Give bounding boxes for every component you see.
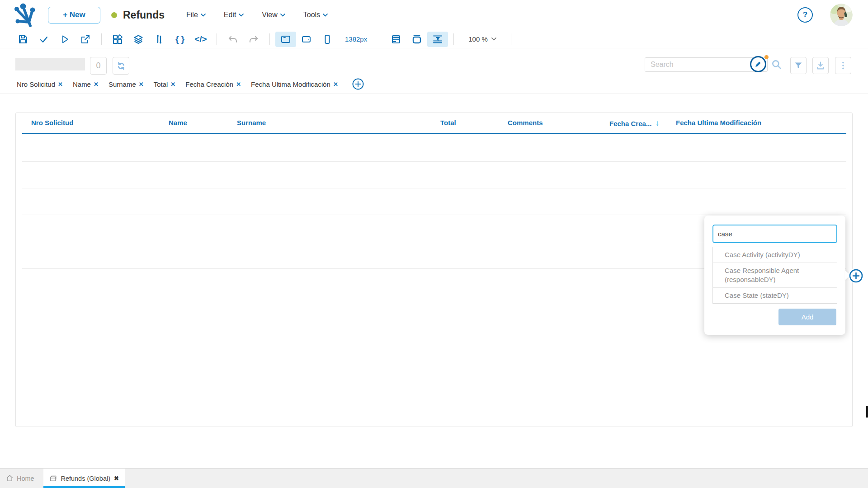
- toolbar-separator: [101, 33, 102, 45]
- chevron-down-icon: [323, 14, 328, 17]
- pencil-icon: [755, 61, 762, 68]
- chevron-down-icon: [239, 14, 244, 17]
- layout-container-button[interactable]: [406, 32, 427, 47]
- chevron-down-icon: [491, 38, 496, 41]
- menu-item[interactable]: Tools: [303, 11, 328, 19]
- status-dot: [111, 12, 117, 18]
- plus-circle-icon: [849, 268, 863, 283]
- zoom-control[interactable]: 100 %: [468, 35, 496, 43]
- edit-mode-button[interactable]: [750, 56, 766, 72]
- filter-button[interactable]: [790, 57, 807, 74]
- chip-remove-icon[interactable]: ✕: [94, 81, 99, 88]
- plus-circle-icon: [352, 78, 364, 90]
- search-icon[interactable]: [771, 59, 783, 70]
- refresh-button[interactable]: [113, 57, 129, 75]
- kebab-menu-icon: [838, 61, 848, 70]
- column-option[interactable]: Case Responsible Agent (responsableDY): [713, 263, 837, 287]
- chip-remove-icon[interactable]: ✕: [333, 81, 338, 88]
- toolbar-separator: [511, 33, 511, 45]
- column-option[interactable]: Case Activity (activityDY): [713, 247, 837, 263]
- download-icon: [816, 61, 826, 70]
- toolbar-separator: [217, 33, 217, 45]
- chevron-down-icon: [201, 14, 206, 17]
- column-header[interactable]: Nro Solicitud: [31, 119, 73, 127]
- column-header[interactable]: Fecha Ultima Modificación: [676, 119, 761, 127]
- help-button[interactable]: ?: [797, 7, 813, 23]
- column-header[interactable]: Name: [169, 119, 187, 127]
- column-header[interactable]: Comments: [508, 119, 543, 127]
- app-window: + New Refunds File Edit View Tools: [0, 0, 868, 488]
- pages-tab-bar: Home Refunds (Global) ✖: [0, 468, 868, 488]
- column-chip: Nro Solicitud ✕: [17, 80, 63, 88]
- new-button[interactable]: + New: [48, 7, 100, 23]
- search-input[interactable]: [645, 57, 768, 72]
- close-icon[interactable]: ✖: [114, 475, 119, 482]
- more-options-button[interactable]: [835, 57, 851, 74]
- chip-remove-icon[interactable]: ✕: [170, 81, 175, 88]
- table-row: [22, 161, 846, 162]
- toolbar-separator: [380, 33, 380, 45]
- connectors-button[interactable]: [149, 32, 170, 47]
- undo-button[interactable]: [222, 32, 243, 47]
- sort-descending-icon: ↓: [655, 119, 659, 128]
- code-icon: </>: [194, 35, 207, 43]
- menu-item[interactable]: File: [186, 11, 206, 19]
- publish-button[interactable]: [75, 32, 96, 47]
- column-option[interactable]: Case State (stateDY): [713, 287, 837, 303]
- funnel-icon: [793, 61, 803, 70]
- column-header[interactable]: Fecha Crea... ↓: [609, 119, 659, 128]
- page-title: Refunds: [123, 9, 165, 21]
- add-column-popup: case Case Activity (activityDY)Case Resp…: [704, 216, 845, 335]
- viewport-width-value: 1382px: [345, 35, 367, 43]
- column-chip: Surname ✕: [108, 80, 144, 88]
- add-column-button[interactable]: [848, 268, 863, 283]
- text-cursor: [733, 230, 734, 238]
- app-logo-icon[interactable]: [12, 2, 35, 28]
- header-underline: [22, 133, 846, 134]
- page-tab[interactable]: Refunds (Global) ✖: [43, 469, 125, 488]
- refresh-icon: [116, 61, 126, 71]
- menu-bar: File Edit View Tools: [186, 11, 328, 19]
- run-button[interactable]: [54, 32, 75, 47]
- validate-button[interactable]: [33, 32, 54, 47]
- table-row: [22, 215, 846, 215]
- column-search-input[interactable]: case: [712, 225, 837, 243]
- chip-remove-icon[interactable]: ✕: [236, 81, 241, 88]
- layers-button[interactable]: [128, 32, 149, 47]
- help-icon: ?: [803, 10, 807, 19]
- zoom-level-value: 100 %: [468, 35, 488, 43]
- add-button[interactable]: Add: [778, 309, 836, 325]
- top-bar: + New Refunds File Edit View Tools: [0, 0, 868, 30]
- column-header[interactable]: Total: [440, 119, 456, 127]
- layout-header-footer-button[interactable]: [386, 32, 406, 47]
- column-chips-row: Nro Solicitud ✕ Name ✕ Surname ✕ Total ✕…: [17, 78, 364, 90]
- notification-dot: [764, 55, 769, 59]
- phone-viewport-button[interactable]: [317, 32, 338, 47]
- home-tab[interactable]: Home: [6, 469, 34, 488]
- braces-icon: { }: [175, 35, 184, 43]
- desktop-viewport-button[interactable]: [275, 32, 296, 47]
- column-chip: Fecha Creación ✕: [185, 80, 241, 88]
- chip-remove-icon[interactable]: ✕: [58, 81, 63, 88]
- toolbar-separator: [453, 33, 454, 45]
- home-icon: [6, 474, 14, 482]
- widgets-button[interactable]: [107, 32, 128, 47]
- braces-button[interactable]: { }: [170, 32, 190, 47]
- editor-toolbar: { } </> 1382px: [0, 30, 868, 48]
- chip-remove-icon[interactable]: ✕: [139, 81, 144, 88]
- record-count-box: 0: [90, 57, 107, 75]
- row-filter-button[interactable]: [427, 32, 448, 47]
- user-avatar[interactable]: [830, 4, 853, 26]
- save-button[interactable]: [13, 32, 33, 47]
- menu-item[interactable]: Edit: [224, 11, 244, 19]
- column-options-list: Case Activity (activityDY)Case Responsib…: [712, 247, 837, 304]
- column-chip: Name ✕: [73, 80, 99, 88]
- add-chip-button[interactable]: [352, 78, 364, 90]
- redo-button[interactable]: [243, 32, 264, 47]
- code-button[interactable]: </>: [190, 32, 211, 47]
- download-button[interactable]: [812, 57, 829, 74]
- tablet-viewport-button[interactable]: [296, 32, 317, 47]
- column-header[interactable]: Surname: [237, 119, 266, 127]
- menu-item[interactable]: View: [262, 11, 285, 19]
- column-chip: Fecha Ultima Modificación ✕: [251, 80, 338, 88]
